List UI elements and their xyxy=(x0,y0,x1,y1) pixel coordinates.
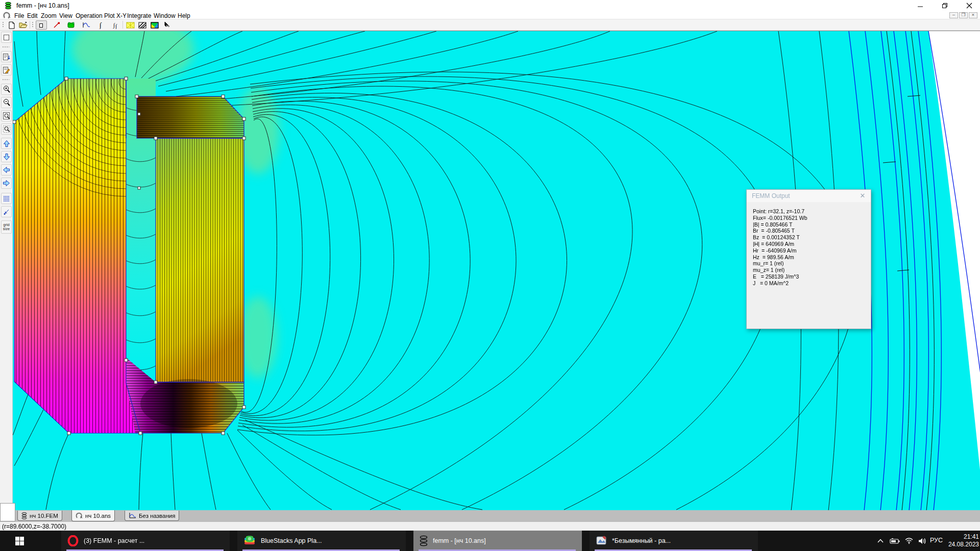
core-top-bar xyxy=(137,96,244,138)
zoom-in-button[interactable] xyxy=(1,84,12,95)
paint-icon xyxy=(596,535,607,546)
main-toolbar: ∫ ∫∫ xyxy=(0,19,980,31)
minimize-button[interactable] xyxy=(912,0,929,11)
time: 21:41 xyxy=(943,533,979,541)
taskbar-app-femm[interactable]: femm - [нч 10.ans] xyxy=(413,531,582,551)
flux-value: Flux= -0.00176521 Wb xyxy=(753,215,807,221)
language-indicator[interactable]: РУС xyxy=(930,537,943,544)
b-magnitude-value: |B| = 0.805466 T xyxy=(753,221,807,228)
femm-output-dialog-titlebar[interactable]: FEMM Output ✕ xyxy=(747,190,871,202)
menu-view[interactable]: View xyxy=(57,12,75,20)
clock[interactable]: 21:41 24.08.2023 xyxy=(943,533,979,548)
toolbar-separator xyxy=(30,21,30,29)
status-bar: (r=89.6000,z=-38.7000) xyxy=(0,521,980,531)
taskbar-app-label: (3) FEMM - расчет ... xyxy=(84,537,144,544)
h-magnitude-value: |H| = 640969 A/m xyxy=(753,241,807,247)
open-file-button[interactable] xyxy=(17,20,29,30)
current-density-value: J = 0 MA/m^2 xyxy=(753,280,807,287)
pan-left-button[interactable] xyxy=(1,164,12,176)
svg-text:∫: ∫ xyxy=(115,23,117,29)
tab-fem-file[interactable]: нч 10.FEM xyxy=(17,511,62,521)
mdi-close-button[interactable]: × xyxy=(969,12,977,18)
density-plot-button[interactable] xyxy=(149,20,160,30)
opera-icon xyxy=(67,535,79,546)
tab-label: нч 10.ans xyxy=(85,513,111,519)
edit-values-button[interactable] xyxy=(1,64,12,76)
contour-plot-button[interactable] xyxy=(137,20,148,30)
zoom-window-button[interactable] xyxy=(1,123,12,135)
document-tab-bar: нч 10.FEM нч 10.ans Без названия xyxy=(0,510,980,521)
coil-icon xyxy=(21,512,27,519)
menu-file[interactable]: File xyxy=(12,12,26,20)
title-bar: femm - [нч 10.ans] xyxy=(0,0,980,11)
pointer-tool-button[interactable] xyxy=(161,20,173,30)
menu-zoom[interactable]: Zoom xyxy=(39,12,59,20)
postprocessor-canvas[interactable]: FEMM Output ✕ Point: r=32.1, z=-10.7 Flu… xyxy=(13,31,980,510)
bz-value: Bz = 0.00124352 T xyxy=(753,234,807,241)
speaker-icon[interactable] xyxy=(916,531,929,551)
results-list-button[interactable] xyxy=(1,51,12,62)
femm-application-window: femm - [нч 10.ans] File Edit Zoom View O… xyxy=(0,0,980,551)
menu-help[interactable]: Help xyxy=(176,12,192,20)
tab-ans-file[interactable]: нч 10.ans xyxy=(71,510,115,521)
femm-coil-icon xyxy=(420,535,428,546)
taskbar: (3) FEMM - расчет ... BlueStacks App Pla… xyxy=(0,531,980,551)
pan-down-button[interactable] xyxy=(1,151,12,162)
plot-xy-button[interactable] xyxy=(81,20,92,30)
show-grid-button[interactable] xyxy=(1,193,12,204)
blank-tool-button[interactable] xyxy=(1,32,12,43)
zoom-extents-button[interactable] xyxy=(1,110,12,121)
mu-r-value: mu_r= 1 (rel) xyxy=(753,260,807,267)
new-file-button[interactable] xyxy=(6,20,17,30)
menu-operation[interactable]: Operation xyxy=(74,12,105,20)
mdi-minimize-button[interactable]: – xyxy=(949,12,958,18)
restore-button[interactable] xyxy=(936,0,953,11)
battery-icon[interactable] xyxy=(888,531,901,551)
left-toolbar: grid size xyxy=(0,31,13,510)
close-button[interactable] xyxy=(961,0,978,11)
start-button[interactable] xyxy=(7,531,32,551)
pan-right-button[interactable] xyxy=(1,178,12,189)
taskbar-app-bluestacks[interactable]: BlueStacks App Pla... xyxy=(237,531,406,551)
energy-density-value: E = 258139 J/m^3 xyxy=(753,273,807,280)
show-mesh-button[interactable] xyxy=(125,20,136,30)
menu-integrate[interactable]: Integrate xyxy=(125,12,153,20)
zoom-out-button[interactable] xyxy=(1,97,12,108)
dialog-close-icon[interactable]: ✕ xyxy=(859,192,867,200)
femm-output-dialog-title: FEMM Output xyxy=(752,192,790,199)
point-values-mode-button[interactable] xyxy=(36,20,47,30)
mdi-restore-button[interactable]: ❐ xyxy=(959,12,968,18)
grid-size-button[interactable]: grid size xyxy=(1,220,12,234)
tab-label: нч 10.FEM xyxy=(30,513,58,519)
block-integral-button[interactable]: ∫∫ xyxy=(110,20,121,30)
line-integral-button[interactable]: ∫ xyxy=(96,20,107,30)
point-coordinates-value: Point: r=32.1, z=-10.7 xyxy=(753,208,807,215)
block-mode-button[interactable] xyxy=(65,20,77,30)
menu-window[interactable]: Window xyxy=(152,12,178,20)
windows-logo-icon xyxy=(15,537,24,545)
leftbar-grip xyxy=(2,79,9,81)
taskbar-app-label: *Безымянный - ра... xyxy=(612,537,671,544)
femm-output-dialog[interactable]: FEMM Output ✕ Point: r=32.1, z=-10.7 Flu… xyxy=(746,189,871,329)
toolbar-grip xyxy=(2,21,5,28)
hz-value: Hz = 989.56 A/m xyxy=(753,254,807,261)
tab-untitled-plot[interactable]: Без названия xyxy=(125,511,179,521)
taskbar-app-opera[interactable]: (3) FEMM - расчет ... xyxy=(61,531,230,551)
wifi-icon[interactable] xyxy=(902,531,916,551)
snap-to-grid-button[interactable] xyxy=(1,206,12,217)
menu-edit[interactable]: Edit xyxy=(25,12,40,20)
tray-expand-chevron-icon[interactable] xyxy=(874,531,887,551)
leftbar-grip xyxy=(2,46,9,48)
tab-corner-box xyxy=(0,503,15,521)
menu-bar: File Edit Zoom View Operation Plot X-Y I… xyxy=(0,11,980,19)
taskbar-app-label: femm - [нч 10.ans] xyxy=(433,537,486,544)
hr-value: Hr = -640969 A/m xyxy=(753,247,807,254)
app-coil-icon xyxy=(4,2,12,10)
contour-mode-button[interactable] xyxy=(51,20,62,30)
taskbar-app-paint[interactable]: *Безымянный - ра... xyxy=(590,531,758,551)
pan-up-button[interactable] xyxy=(1,138,12,149)
magnet-pointer-icon xyxy=(76,512,83,519)
toolbar-separator xyxy=(122,21,123,29)
cursor-coordinates: (r=89.6000,z=-38.7000) xyxy=(2,523,66,530)
document-magnet-icon[interactable] xyxy=(3,12,11,19)
